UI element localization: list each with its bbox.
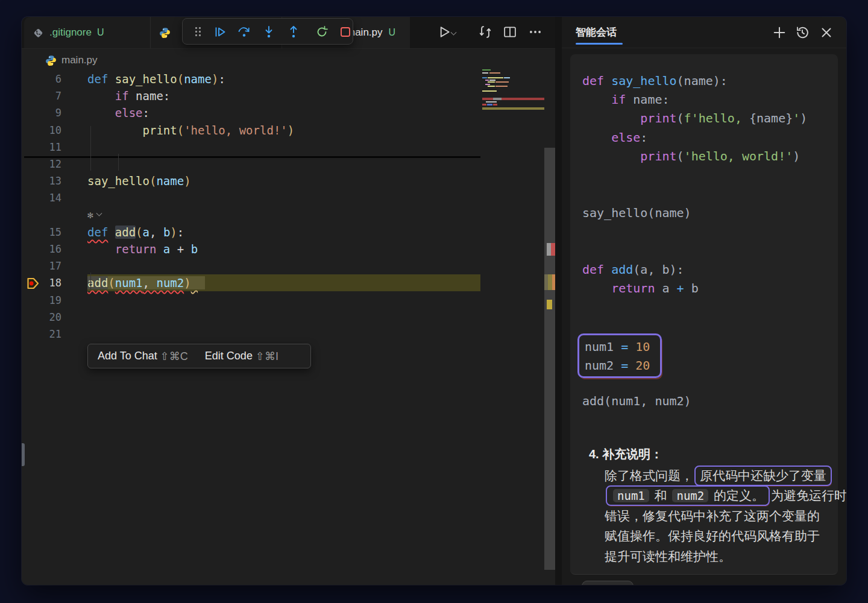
code-line[interactable]: 9 else: [22,104,555,121]
line-number-gutter[interactable]: 19 [22,294,61,306]
tab-gitignore[interactable]: .gitignore U [24,17,151,48]
inline-code-chip: num1 [613,489,649,502]
run-dropdown-chevron-icon[interactable] [451,28,467,43]
paragraph-line: num1 和 num2 的定义。为避免运行时 [605,486,834,507]
editor-scrollbar[interactable] [544,49,555,585]
code-text: print('hello, world!') [87,124,294,137]
step-out-icon[interactable] [286,25,301,39]
code-line[interactable]: 20 [22,309,555,326]
compare-changes-icon[interactable] [477,24,493,40]
line-number-gutter[interactable]: 6 [22,73,61,85]
overview-ruler-mark [547,300,552,309]
line-number-gutter[interactable]: 16 [22,243,61,255]
drag-grip-icon[interactable] [191,25,206,39]
menu-label: Edit Code [205,350,253,362]
minimap-token [495,86,508,87]
code-editor[interactable]: main.py 6def say_hello(name):7 if name:9… [22,49,555,585]
minimap-token [482,77,487,78]
code-line[interactable]: 15def add(a, b): [22,224,555,241]
code-text: else: [87,106,149,119]
minimap-token [493,98,502,100]
more-actions-icon[interactable] [527,24,543,40]
code-line[interactable]: 12 [22,156,555,172]
code-line[interactable]: 19 [22,291,555,308]
line-number-gutter[interactable]: 12 [22,158,61,170]
minimap-token [489,72,500,74]
new-chat-icon[interactable] [772,25,787,40]
breadcrumb[interactable]: main.py [45,53,98,68]
paragraph-line: 错误，修复代码中补充了这两个变量的 [605,506,834,526]
ai-codelens-icon[interactable]: ✻ [87,209,101,221]
debug-toolbar [182,18,353,45]
highlight-box-code: num1 = 10num2 = 20 [585,337,650,375]
minimap[interactable] [482,69,544,154]
chat-action-pill[interactable] [582,581,634,585]
sidebar-handle[interactable] [22,443,25,466]
code-line[interactable]: 14 [22,189,555,206]
minimap-token [482,104,486,106]
inline-code-chip: num2 [672,489,708,502]
overview-ruler-mark [547,243,551,256]
chat-code-block: def add(a, b): return a + b [582,260,699,298]
paragraph-line: 提升可读性和维护性。 [605,546,834,567]
code-line[interactable]: 16 return a + b [22,241,555,257]
panel-resize-sash[interactable] [555,17,562,585]
history-icon[interactable] [794,25,810,40]
code-line[interactable]: 13say_hello(name) [22,172,555,189]
paragraph-line: 赋值操作。保持良好的代码风格有助于 [605,526,834,547]
chevron-down-icon [96,210,102,216]
python-icon [159,27,171,39]
code-line[interactable]: 18add(num1, num2) [22,274,555,291]
code-line[interactable]: 7 if name: [22,87,555,104]
step-over-icon[interactable] [237,25,251,39]
code-line[interactable]: 11 [22,139,555,156]
minimap-token [482,90,497,92]
paragraph-line: 除了格式问题，原代码中还缺少了变量 [605,466,834,486]
code-line[interactable]: ✻ [22,207,555,224]
active-tab-underline [576,43,623,45]
restart-icon[interactable] [315,25,329,39]
breakpoint-current-line-icon[interactable] [27,276,40,291]
code-line[interactable]: 21 [22,326,555,343]
overview-ruler-mark [548,274,552,290]
chat-tab-title[interactable]: 智能会话 [576,25,617,39]
line-number-gutter[interactable]: 9 [22,107,61,119]
code-line[interactable]: 6def say_hello(name): [22,71,555,87]
menu-label: Add To Chat [98,350,157,362]
line-number-gutter[interactable]: 20 [22,311,61,323]
edit-code-menu-item[interactable]: Edit Code⇧⌘I [205,350,278,363]
code-text: say_hello(name) [87,174,191,188]
minimap-line [482,107,544,110]
indent-guide [118,154,119,171]
line-number-gutter[interactable]: 15 [22,226,61,238]
menu-shortcut: ⇧⌘I [256,350,278,363]
run-button[interactable] [436,24,452,40]
annotation-box: num1 和 num2 的定义。 [606,485,770,506]
code-text: return a + b [87,242,198,256]
code-line[interactable]: 10 print('hello, world!') [22,122,555,139]
scrollbar-thumb[interactable] [544,148,555,570]
code-line[interactable]: 17 [22,257,555,274]
debug-continue-icon[interactable] [213,25,227,39]
line-number-gutter[interactable]: 11 [22,141,61,153]
minimap-token [485,80,489,81]
chat-code-block: say_hello(name) [582,203,691,222]
minimap-token [486,101,497,103]
close-icon[interactable] [819,25,834,40]
line-number-gutter[interactable]: 10 [22,124,61,136]
split-editor-icon[interactable] [502,24,518,40]
minimap-token [488,81,495,83]
line-number-gutter[interactable]: 21 [22,328,61,340]
step-into-icon[interactable] [262,25,276,39]
minimap-token [488,77,503,78]
annotation-box: 原代码中还缺少了变量 [694,466,832,486]
line-number-gutter[interactable]: 14 [22,192,61,204]
line-number-gutter[interactable]: 7 [22,90,61,102]
code-action-menu: Add To Chat⇧⌘CEdit Code⇧⌘I [87,344,311,368]
stop-icon[interactable] [338,25,353,39]
line-number-gutter[interactable]: 13 [22,175,61,187]
desktop-background: { "colors": { "frame": "#0d1023", "edito… [0,0,868,603]
add-to-chat-menu-item[interactable]: Add To Chat⇧⌘C [98,350,188,363]
line-number-gutter[interactable]: 17 [22,260,61,272]
annotation-box-num-values: num1 = 10num2 = 20 [577,333,662,378]
